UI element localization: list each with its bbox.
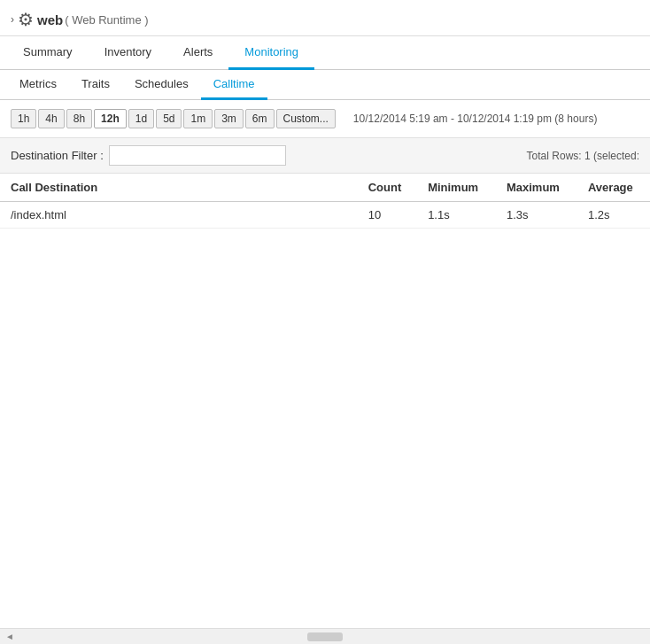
primary-nav-item-summary[interactable]: Summary: [7, 36, 89, 70]
col-header-count: Count: [358, 174, 417, 202]
secondary-nav-item-traits[interactable]: Traits: [69, 70, 122, 100]
col-header-average: Average: [577, 174, 650, 202]
primary-nav-item-alerts[interactable]: Alerts: [167, 36, 228, 70]
col-header-maximum: Maximum: [496, 174, 577, 202]
time-btn-1h[interactable]: 1h: [11, 109, 36, 128]
back-arrow[interactable]: ›: [11, 13, 14, 26]
app-header: › ⚙ web ( Web Runtime ): [0, 0, 650, 36]
app-title: web: [37, 12, 63, 27]
app-icon: ⚙: [18, 9, 34, 30]
filter-bar: Destination Filter : Total Rows: 1 (sele…: [0, 137, 650, 174]
cell-count: 10: [358, 202, 417, 229]
time-btn-5d[interactable]: 5d: [156, 109, 182, 128]
time-btn-1m[interactable]: 1m: [183, 109, 213, 128]
secondary-nav-item-schedules[interactable]: Schedules: [122, 70, 201, 100]
filter-label: Destination Filter :: [11, 149, 104, 162]
secondary-nav-item-calltime[interactable]: Calltime: [201, 70, 267, 100]
scroll-thumb[interactable]: [307, 632, 343, 641]
time-btn-6m[interactable]: 6m: [245, 109, 275, 128]
cell-destination: /index.html: [0, 202, 358, 229]
table-header-row: Call Destination Count Minimum Maximum A…: [0, 174, 650, 202]
table-row[interactable]: /index.html101.1s1.3s1.2s: [0, 202, 650, 229]
time-btn-3m[interactable]: 3m: [214, 109, 244, 128]
time-range-label: 10/12/2014 5:19 am - 10/12/2014 1:19 pm …: [353, 113, 598, 125]
destination-filter-input[interactable]: [109, 145, 286, 166]
time-btn-12h[interactable]: 12h: [94, 109, 127, 128]
total-rows-label: Total Rows: 1 (selected:: [527, 150, 639, 162]
scroll-left-arrow[interactable]: ◄: [5, 632, 14, 641]
scroll-bar[interactable]: ◄: [0, 628, 650, 644]
time-btn-1d[interactable]: 1d: [128, 109, 154, 128]
primary-nav: SummaryInventoryAlertsMonitoring: [0, 36, 650, 70]
time-btn-4h[interactable]: 4h: [38, 109, 64, 128]
cell-average: 1.2s: [577, 202, 650, 229]
time-btn-8h[interactable]: 8h: [66, 109, 92, 128]
col-header-destination: Call Destination: [0, 174, 358, 202]
cell-maximum: 1.3s: [496, 202, 577, 229]
secondary-nav: MetricsTraitsSchedulesCalltime: [0, 70, 650, 100]
primary-nav-item-monitoring[interactable]: Monitoring: [228, 36, 314, 70]
time-range-bar: 1h4h8h12h1d5d1m3m6mCustom...10/12/2014 5…: [0, 100, 650, 137]
cell-minimum: 1.1s: [417, 202, 496, 229]
primary-nav-item-inventory[interactable]: Inventory: [89, 36, 167, 70]
app-subtitle: ( Web Runtime ): [65, 13, 148, 27]
col-header-minimum: Minimum: [417, 174, 496, 202]
time-btn-custom[interactable]: Custom...: [276, 109, 336, 128]
table-header: Call Destination Count Minimum Maximum A…: [0, 174, 650, 202]
secondary-nav-item-metrics[interactable]: Metrics: [7, 70, 69, 100]
calltime-table: Call Destination Count Minimum Maximum A…: [0, 174, 650, 229]
table-body: /index.html101.1s1.3s1.2s: [0, 202, 650, 229]
